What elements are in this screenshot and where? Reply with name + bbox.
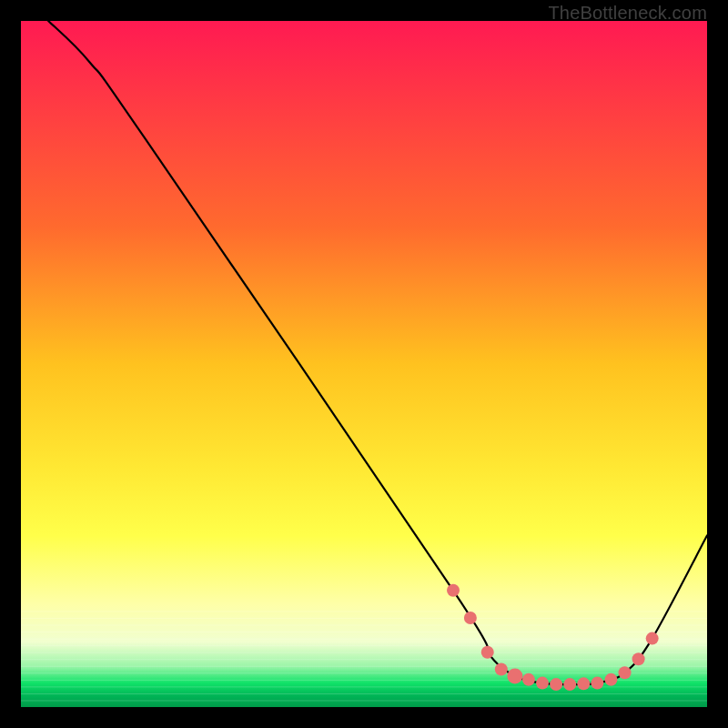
svg-point-15 [447,584,460,597]
svg-point-21 [536,677,549,690]
svg-point-17 [481,646,494,659]
svg-rect-14 [21,700,707,701]
svg-rect-6 [21,645,707,646]
svg-rect-2 [21,618,707,619]
svg-rect-11 [21,680,707,681]
svg-point-24 [577,677,590,690]
chart-svg [21,21,707,707]
svg-rect-12 [21,686,707,687]
svg-point-16 [464,612,477,624]
svg-point-27 [619,666,632,679]
svg-point-22 [550,678,562,691]
svg-rect-7 [21,652,707,653]
svg-rect-5 [21,639,707,640]
svg-rect-8 [21,659,707,660]
svg-point-28 [632,652,645,665]
svg-rect-4 [21,632,707,632]
svg-point-26 [604,673,617,686]
svg-point-29 [646,632,659,645]
svg-rect-3 [21,625,707,626]
plot-area [21,21,707,707]
svg-point-25 [591,677,603,690]
svg-rect-9 [21,666,707,667]
svg-rect-1 [21,611,707,612]
svg-point-23 [563,678,576,691]
svg-rect-10 [21,672,707,673]
svg-point-18 [495,663,508,676]
svg-point-19 [507,669,522,684]
svg-rect-0 [21,21,707,707]
svg-rect-13 [21,693,707,694]
svg-point-20 [522,673,535,686]
chart-frame: TheBottleneck.com [0,0,728,728]
